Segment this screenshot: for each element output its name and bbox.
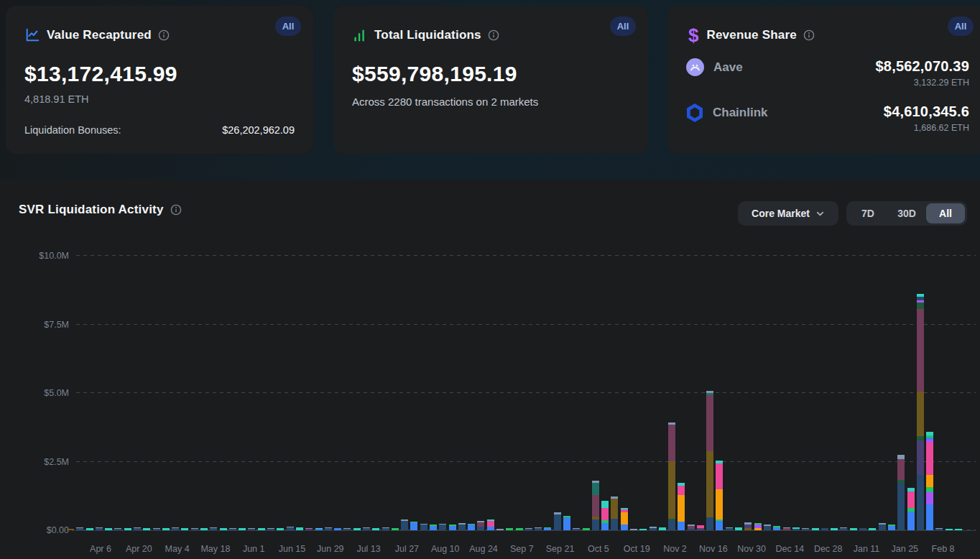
bar-segment[interactable] [496, 529, 503, 530]
bar-segment[interactable] [601, 523, 608, 530]
bar-segment[interactable] [439, 524, 445, 525]
bar-segment[interactable] [315, 529, 322, 530]
bar-segment[interactable] [305, 529, 312, 530]
bar-segment[interactable] [955, 529, 961, 530]
bar-segment[interactable] [544, 527, 550, 528]
bar-segment[interactable] [697, 528, 703, 530]
bar-segment[interactable] [554, 512, 560, 514]
bar-segment[interactable] [611, 499, 617, 519]
bar-segment[interactable] [926, 438, 933, 440]
bar-segment[interactable] [935, 529, 942, 530]
bar-segment[interactable] [258, 528, 264, 530]
bar-segment[interactable] [487, 527, 494, 530]
bar-segment[interactable] [659, 527, 665, 530]
bar-segment[interactable] [287, 527, 293, 527]
info-icon[interactable] [803, 29, 815, 41]
bar-segment[interactable] [668, 422, 675, 425]
bar-segment[interactable] [783, 528, 790, 530]
bar-segment[interactable] [754, 528, 761, 530]
bar-segment[interactable] [410, 522, 417, 530]
bar-segment[interactable] [401, 519, 407, 521]
bar-segment[interactable] [105, 528, 111, 530]
bar-segment[interactable] [200, 528, 207, 530]
bar-segment[interactable] [305, 528, 312, 530]
bar-segment[interactable] [917, 436, 923, 440]
bar-segment[interactable] [563, 517, 570, 530]
info-icon[interactable] [158, 29, 170, 41]
bar-segment[interactable] [143, 528, 149, 530]
bar-segment[interactable] [879, 525, 885, 530]
bar-segment[interactable] [697, 525, 703, 528]
bar-segment[interactable] [744, 522, 751, 525]
bar-segment[interactable] [621, 509, 627, 512]
bar-segment[interactable] [917, 300, 923, 302]
bar-segment[interactable] [917, 302, 923, 309]
bar-segment[interactable] [744, 525, 751, 528]
bar-segment[interactable] [477, 522, 484, 527]
bar-segment[interactable] [601, 508, 608, 520]
bar-segment[interactable] [926, 504, 933, 530]
bar-segment[interactable] [535, 528, 541, 530]
bar-segment[interactable] [907, 488, 914, 491]
bar-segment[interactable] [592, 517, 598, 519]
bar-segment[interactable] [821, 528, 828, 530]
bar-segment[interactable] [468, 525, 474, 530]
bar-segment[interactable] [621, 512, 627, 525]
range-button-7d[interactable]: 7D [849, 203, 887, 223]
bar-segment[interactable] [926, 440, 933, 443]
range-button-30d[interactable]: 30D [887, 203, 926, 223]
bar-segment[interactable] [726, 527, 732, 528]
bar-segment[interactable] [592, 483, 598, 495]
bar-segment[interactable] [162, 528, 169, 530]
bar-segment[interactable] [96, 528, 102, 530]
bar-segment[interactable] [907, 512, 914, 530]
bar-segment[interactable] [506, 528, 512, 530]
bar-segment[interactable] [334, 528, 341, 530]
bar-segment[interactable] [773, 526, 780, 527]
bar-segment[interactable] [430, 526, 436, 531]
bar-segment[interactable] [343, 528, 350, 529]
bar-segment[interactable] [678, 486, 684, 495]
bar-segment[interactable] [487, 519, 494, 521]
bar-segment[interactable] [688, 526, 694, 529]
bar-segment[interactable] [114, 528, 121, 529]
bar-segment[interactable] [907, 491, 914, 508]
bar-segment[interactable] [67, 529, 73, 530]
bar-segment[interactable] [430, 525, 436, 526]
bar-segment[interactable] [897, 459, 904, 480]
bar-segment[interactable] [869, 528, 875, 530]
bar-segment[interactable] [172, 528, 178, 530]
bar-segment[interactable] [621, 508, 627, 509]
bar-segment[interactable] [917, 297, 923, 300]
bar-segment[interactable] [315, 528, 322, 530]
bar-segment[interactable] [76, 528, 83, 530]
bar-segment[interactable] [487, 521, 494, 527]
bar-segment[interactable] [850, 528, 856, 530]
bar-segment[interactable] [650, 527, 656, 528]
bar-segment[interactable] [124, 528, 131, 530]
bar-segment[interactable] [744, 528, 751, 530]
bar-segment[interactable] [134, 527, 140, 528]
bar-segment[interactable] [153, 529, 160, 530]
bar-segment[interactable] [601, 501, 608, 508]
bar-segment[interactable] [535, 527, 541, 528]
bar-segment[interactable] [812, 528, 818, 530]
bar-segment[interactable] [554, 514, 560, 530]
bar-segment[interactable] [688, 525, 694, 526]
bar-segment[interactable] [516, 528, 522, 530]
bar-segment[interactable] [802, 529, 808, 530]
bar-segment[interactable] [917, 392, 923, 436]
bar-segment[interactable] [897, 480, 904, 483]
bar-segment[interactable] [573, 529, 579, 530]
bar-segment[interactable] [229, 528, 236, 529]
bar-segment[interactable] [716, 519, 722, 521]
bar-segment[interactable] [325, 527, 331, 528]
bar-segment[interactable] [477, 527, 484, 530]
bar-segment[interactable] [191, 528, 198, 529]
bar-segment[interactable] [879, 523, 885, 525]
bar-segment[interactable] [449, 526, 456, 531]
bar-segment[interactable] [468, 524, 474, 525]
bar-segment[interactable] [544, 528, 550, 530]
bar-segment[interactable] [650, 528, 656, 530]
bar-segment[interactable] [926, 487, 933, 491]
